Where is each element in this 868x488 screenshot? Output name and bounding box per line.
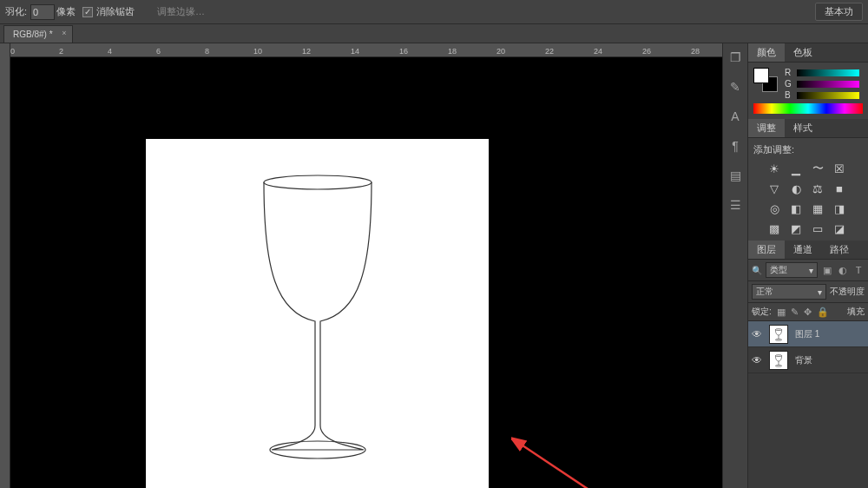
adjustments-panel: 添加调整: ☀ ▁ 〜 ☒ ▽ ◐ ⚖ ■ ◎ ◧ ▦ ◨ ▩ ◩ ▭ ◪ (748, 138, 868, 241)
document-tab-bar: RGB/8#) * × (0, 24, 868, 43)
document-canvas[interactable] (146, 139, 489, 488)
layer-name: 背景 (795, 354, 812, 366)
lock-row: 锁定: ▦ ✎ ✥ 🔒 填充 (748, 303, 868, 321)
svg-point-0 (264, 175, 372, 189)
right-panels: 颜色 色板 R G B 调整 样式 添加调整: ☀ ▁ 〜 ☒ ▽ (748, 43, 868, 488)
balance-icon[interactable]: ⚖ (811, 181, 825, 195)
b-slider-row: B (785, 90, 863, 100)
blend-mode-dropdown[interactable]: 正常▾ (752, 284, 826, 300)
g-label: G (785, 79, 793, 89)
lock-pixels-icon[interactable]: ▦ (777, 307, 786, 318)
svg-point-4 (775, 339, 781, 340)
ruler-tick: 6 (156, 47, 161, 56)
ruler-tick: 26 (642, 47, 651, 56)
canvas-content[interactable] (10, 57, 722, 488)
document-tab[interactable]: RGB/8#) * × (3, 25, 73, 43)
refine-edge-button[interactable]: 调整边缘… (152, 3, 210, 20)
r-label: R (785, 68, 793, 77)
brightness-icon[interactable]: ☀ (767, 162, 781, 175)
tab-swatches[interactable]: 色板 (785, 43, 821, 62)
ruler-tick: 16 (399, 47, 408, 56)
filter-adjust-icon[interactable]: ◐ (837, 265, 849, 276)
color-panel: R G B (748, 63, 868, 119)
channel-mixer-icon[interactable]: ◧ (789, 201, 803, 215)
paragraph-icon[interactable]: ¶ (727, 137, 744, 155)
layer-thumbnail[interactable] (769, 325, 788, 344)
ruler-tick: 20 (496, 47, 505, 56)
ruler-tick: 10 (253, 47, 262, 56)
ruler-tick: 22 (545, 47, 554, 56)
g-slider[interactable] (797, 81, 859, 88)
adjust-panel-header: 调整 样式 (748, 119, 868, 138)
tab-styles[interactable]: 样式 (785, 119, 821, 137)
ruler-tick: 28 (691, 47, 700, 56)
collapsed-panel-strip: ❐ ✎ A ¶ ▤ ☰ (722, 43, 748, 488)
exposure-icon[interactable]: ☒ (832, 162, 846, 175)
ruler-tick: 24 (594, 47, 602, 56)
r-slider-row: R (785, 68, 863, 77)
feather-unit: 像素 (56, 5, 76, 18)
color-swatches[interactable] (753, 68, 778, 92)
blend-mode-value: 正常 (756, 286, 773, 298)
opacity-label: 不透明度 (830, 286, 865, 298)
svg-point-3 (775, 328, 781, 330)
history-icon[interactable]: ❐ (727, 49, 744, 66)
selective-color-icon[interactable]: ◪ (832, 221, 846, 235)
tab-paths[interactable]: 路径 (821, 241, 858, 259)
svg-line-2 (520, 444, 624, 488)
options-icon[interactable]: ☰ (727, 196, 744, 214)
gradient-map-icon[interactable]: ▭ (811, 221, 825, 235)
antialias-checkbox[interactable] (82, 7, 93, 17)
eye-icon[interactable]: 👁 (752, 354, 764, 366)
r-slider[interactable] (797, 69, 859, 76)
character-icon[interactable]: A (727, 108, 744, 125)
ruler-vertical[interactable] (0, 43, 10, 488)
main-row: 0246810121416182022242628 ❐ ✎ A ¶ (0, 43, 868, 488)
filter-text-icon[interactable]: T (852, 265, 865, 275)
brush-icon[interactable]: ✎ (727, 78, 744, 96)
document-tab-title: RGB/8#) * (13, 30, 53, 39)
photo-filter-icon[interactable]: ◎ (767, 201, 781, 215)
b-slider[interactable] (797, 92, 859, 99)
ruler-horizontal[interactable]: 0246810121416182022242628 (10, 43, 722, 57)
feather-input[interactable] (30, 4, 55, 20)
foreground-color-swatch[interactable] (753, 68, 769, 83)
curves-icon[interactable]: 〜 (811, 162, 825, 175)
svg-point-5 (775, 354, 781, 356)
ruler-tick: 14 (351, 47, 359, 56)
posterize-icon[interactable]: ▩ (767, 221, 781, 235)
levels-icon[interactable]: ▁ (789, 162, 803, 175)
vibrance-icon[interactable]: ▽ (767, 181, 781, 195)
hue-icon[interactable]: ◐ (789, 181, 803, 195)
hue-strip[interactable] (753, 103, 863, 114)
filter-image-icon[interactable]: ▣ (821, 265, 833, 276)
layer-item[interactable]: 👁 图层 1 (748, 321, 868, 347)
bw-icon[interactable]: ■ (832, 181, 846, 195)
feather-label: 羽化: (5, 5, 27, 18)
layer-item[interactable]: 👁 背景 (748, 347, 868, 373)
lookup-icon[interactable]: ▦ (811, 201, 825, 215)
eye-icon[interactable]: 👁 (752, 328, 764, 340)
lock-brush-icon[interactable]: ✎ (791, 307, 799, 318)
workspace-pill[interactable]: 基本功 (815, 3, 863, 21)
tab-channels[interactable]: 通道 (785, 241, 821, 259)
layers-alt-icon[interactable]: ▤ (727, 167, 744, 184)
wineglass-image (146, 139, 489, 488)
layer-thumbnail[interactable] (769, 351, 788, 370)
filter-type-dropdown[interactable]: 类型▾ (766, 262, 818, 278)
canvas-area: 0246810121416182022242628 (0, 43, 722, 488)
tab-color[interactable]: 颜色 (748, 43, 785, 62)
lock-all-icon[interactable]: 🔒 (817, 307, 829, 318)
invert-icon[interactable]: ◨ (832, 201, 846, 215)
filter-type-label: 类型 (770, 264, 787, 276)
antialias-label: 消除锯齿 (96, 5, 135, 18)
layers-filter-row: 🔍 类型▾ ▣ ◐ T (748, 260, 868, 281)
ruler-tick: 18 (448, 47, 457, 56)
tab-layers[interactable]: 图层 (748, 241, 785, 259)
lock-move-icon[interactable]: ✥ (804, 307, 812, 318)
fill-label: 填充 (847, 306, 865, 318)
tab-adjustments[interactable]: 调整 (748, 119, 785, 137)
threshold-icon[interactable]: ◩ (789, 221, 803, 235)
close-icon[interactable]: × (62, 29, 66, 37)
svg-point-6 (775, 365, 781, 366)
